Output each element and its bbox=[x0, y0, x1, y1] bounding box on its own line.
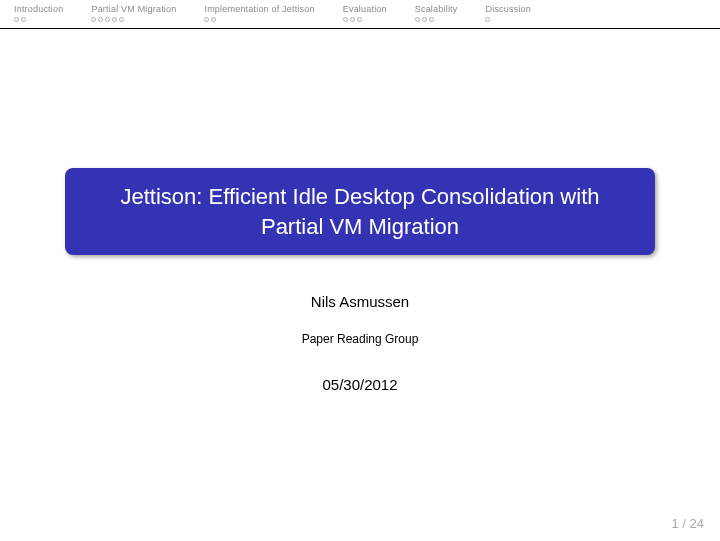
presentation-title: Jettison: Efficient Idle Desktop Consoli… bbox=[65, 168, 655, 255]
page-total: 24 bbox=[690, 516, 704, 531]
author-name: Nils Asmussen bbox=[311, 293, 409, 310]
page-sep: / bbox=[679, 516, 690, 531]
page-current: 1 bbox=[671, 516, 678, 531]
slide-content: Jettison: Efficient Idle Desktop Consoli… bbox=[0, 0, 720, 541]
presentation-date: 05/30/2012 bbox=[322, 376, 397, 393]
page-number: 1 / 24 bbox=[671, 516, 704, 531]
reading-group: Paper Reading Group bbox=[302, 332, 419, 346]
